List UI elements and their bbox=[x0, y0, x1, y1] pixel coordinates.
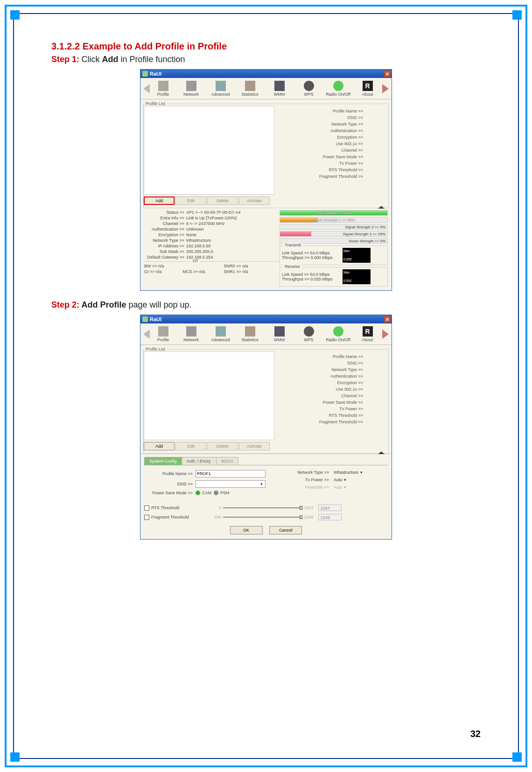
delete-button[interactable]: Delete bbox=[207, 442, 238, 450]
corner-decoration bbox=[512, 10, 522, 20]
profile-list-legend: Profile List bbox=[144, 347, 167, 351]
detail-label: Fragment Threshold >> bbox=[276, 174, 386, 179]
rts-slider[interactable] bbox=[223, 506, 302, 510]
add-profile-panel: System Config Auth. \ Encry. 8021X Profi… bbox=[140, 454, 392, 539]
statistics-icon bbox=[245, 81, 255, 91]
toolbar-profile[interactable]: Profile bbox=[151, 326, 175, 342]
ht-label: HT bbox=[191, 259, 200, 263]
cancel-button[interactable]: Cancel bbox=[269, 526, 302, 534]
page-number: 32 bbox=[470, 729, 481, 739]
profile-detail-labels: Profile Name >> SSID >> Network Type >> … bbox=[274, 106, 388, 208]
toolbar-statistics[interactable]: Statistics bbox=[237, 81, 264, 97]
network-type-value[interactable]: Infrastructure bbox=[332, 470, 358, 475]
tab-8021x[interactable]: 8021X bbox=[216, 457, 238, 465]
profile-list-box[interactable] bbox=[144, 351, 274, 440]
nav-right-icon[interactable] bbox=[382, 84, 389, 93]
config-tabs: System Config Auth. \ Encry. 8021X bbox=[144, 457, 388, 465]
signal-2-bar: Signal Strength 2 >> 5% bbox=[280, 224, 388, 230]
psm-label: Power Save Mode >> bbox=[144, 491, 196, 495]
preamble-label: Preamble >> bbox=[290, 485, 332, 490]
psm-cam-radio[interactable] bbox=[196, 491, 200, 495]
status-right: Link Quality >> 100% Signal Strength 1 >… bbox=[280, 210, 388, 287]
toolbar-wps[interactable]: WPS bbox=[295, 81, 322, 97]
detail-label: Profile Name >> bbox=[276, 109, 386, 113]
toolbar-statistics[interactable]: Statistics bbox=[237, 326, 264, 342]
toolbar: Profile Network Advanced Statistics WMM … bbox=[140, 78, 392, 99]
toolbar-advanced[interactable]: Advanced bbox=[207, 326, 234, 342]
close-icon[interactable]: × bbox=[384, 316, 391, 323]
psm-psm-radio[interactable] bbox=[214, 491, 218, 495]
detail-label: Authentication >> bbox=[276, 128, 386, 133]
rts-value[interactable]: 2347 bbox=[318, 505, 342, 511]
status-pane: Status >>AP1 <--> 00-03-7F-00-D7-A4 Extr… bbox=[140, 208, 392, 290]
network-icon bbox=[186, 81, 196, 91]
tx-power-value[interactable]: Auto bbox=[332, 477, 343, 482]
ssid-combo[interactable]: ▾ bbox=[196, 480, 266, 488]
chevron-down-icon[interactable]: ▾ bbox=[343, 477, 348, 482]
corner-decoration bbox=[512, 752, 522, 762]
tab-system-config[interactable]: System Config bbox=[144, 457, 182, 465]
toolbar-wmm[interactable]: WMM bbox=[266, 326, 293, 342]
profile-list-fieldset: Profile List Add Edit Delete Activate Pr… bbox=[143, 347, 389, 454]
about-icon: R bbox=[363, 81, 373, 91]
toolbar-advanced[interactable]: Advanced bbox=[207, 81, 234, 97]
detail-label: RTS Threshold >> bbox=[276, 168, 386, 172]
chevron-down-icon: ▾ bbox=[259, 482, 264, 486]
toolbar-about[interactable]: RAbout bbox=[354, 81, 381, 97]
profile-button-row: Add Edit Delete Activate bbox=[144, 442, 274, 450]
chevron-down-icon[interactable]: ▾ bbox=[358, 470, 364, 475]
tab-auth-encry[interactable]: Auth. \ Encry. bbox=[182, 457, 217, 465]
ssid-label: SSID >> bbox=[144, 482, 196, 486]
fragment-value[interactable]: 2346 bbox=[318, 514, 342, 520]
titlebar: RaUI × bbox=[140, 315, 392, 323]
profile-name-input[interactable] bbox=[196, 470, 266, 477]
transmit-box: Transmit Link Speed >> 54.0 Mbps Through… bbox=[280, 246, 388, 265]
profile-list-box[interactable] bbox=[144, 106, 274, 195]
about-icon: R bbox=[363, 326, 373, 337]
expand-toggle-icon[interactable] bbox=[378, 204, 385, 209]
chevron-down-icon: ▾ bbox=[343, 485, 348, 490]
toolbar-radio[interactable]: Radio On/Off bbox=[325, 81, 352, 97]
delete-button[interactable]: Delete bbox=[207, 197, 238, 205]
window-title: RaUI bbox=[150, 316, 161, 322]
window-title: RaUI bbox=[150, 71, 161, 77]
profile-name-label: Profile Name >> bbox=[144, 471, 196, 476]
toolbar-network[interactable]: Network bbox=[178, 81, 205, 97]
edit-button[interactable]: Edit bbox=[175, 197, 206, 205]
expand-toggle-icon[interactable] bbox=[378, 449, 385, 454]
toolbar-radio[interactable]: Radio On/Off bbox=[325, 326, 352, 342]
toolbar-profile[interactable]: Profile bbox=[151, 81, 175, 97]
corner-decoration bbox=[10, 752, 20, 762]
toolbar-network[interactable]: Network bbox=[178, 326, 205, 342]
ok-button[interactable]: OK bbox=[230, 526, 263, 534]
statistics-icon bbox=[245, 326, 255, 337]
signal-1-bar: Signal Strength 1 >> 35% bbox=[280, 217, 388, 223]
link-quality-bar: Link Quality >> 100% bbox=[280, 210, 388, 216]
edit-button[interactable]: Edit bbox=[175, 442, 206, 450]
step1-label: Step 1: bbox=[51, 55, 79, 64]
nav-left-icon[interactable] bbox=[143, 84, 150, 93]
activate-button[interactable]: Activate bbox=[239, 197, 270, 205]
status-left: Status >>AP1 <--> 00-03-7F-00-D7-A4 Extr… bbox=[144, 210, 280, 287]
close-icon[interactable]: × bbox=[384, 70, 391, 77]
rx-graph: Max 0.552 Mbps bbox=[343, 269, 371, 284]
page-content: 3.1.2.2 Example to Add Profile in Profil… bbox=[51, 41, 481, 549]
activate-button[interactable]: Activate bbox=[239, 442, 270, 450]
network-icon bbox=[186, 326, 196, 337]
toolbar-wmm[interactable]: WMM bbox=[266, 81, 293, 97]
nav-right-icon[interactable] bbox=[382, 330, 389, 339]
wmm-icon bbox=[274, 81, 285, 91]
toolbar-wps[interactable]: WPS bbox=[295, 326, 322, 342]
detail-label: Network Type >> bbox=[276, 122, 386, 126]
detail-label: Power Save Mode >> bbox=[276, 154, 386, 159]
raui-window-2: RaUI × Profile Network Advanced Statisti… bbox=[140, 315, 392, 540]
network-type-label: Network Type >> bbox=[290, 470, 332, 475]
add-button[interactable]: Add bbox=[144, 442, 175, 450]
add-button[interactable]: Add bbox=[144, 197, 175, 205]
fragment-slider[interactable] bbox=[223, 515, 302, 519]
fragment-checkbox[interactable] bbox=[144, 515, 149, 520]
nav-left-icon[interactable] bbox=[143, 330, 150, 339]
wps-icon bbox=[304, 326, 314, 337]
toolbar-about[interactable]: RAbout bbox=[354, 326, 381, 342]
rts-checkbox[interactable] bbox=[144, 505, 149, 511]
